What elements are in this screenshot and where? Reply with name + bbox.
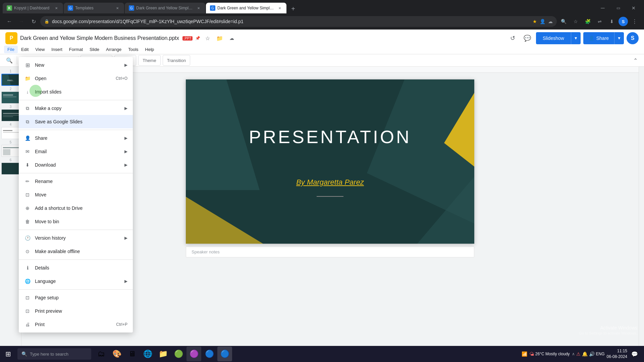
share-dropdown-button[interactable]: ▼	[614, 32, 624, 44]
menu-item-print[interactable]: 🖨 Print Ctrl+P	[19, 318, 133, 331]
taskbar-search-bar[interactable]: 🔍 Type here to search	[17, 348, 91, 360]
close-button[interactable]: ✕	[626, 3, 641, 13]
menu-item-page-setup[interactable]: ⊡ Page setup	[19, 291, 133, 304]
tab-templates[interactable]: G Templates ✕	[64, 3, 124, 13]
templates-tab-close[interactable]: ✕	[115, 5, 120, 11]
sync-button[interactable]: ⇌	[594, 16, 605, 27]
zoom-button[interactable]: 🔍	[558, 16, 569, 27]
systray-icon-3[interactable]: 🔊	[589, 351, 595, 357]
slide-subtitle[interactable]: By Margaretta Parez	[296, 178, 364, 187]
address-input[interactable]: 🔒 docs.google.com/presentation/d/1QfFqCl…	[40, 16, 557, 27]
taskbar-weather[interactable]: 🌤 26°C Mostly cloudy	[529, 351, 570, 357]
menu-item-move-bin[interactable]: 🗑 Move to bin	[19, 215, 133, 228]
maximize-button[interactable]: ▭	[610, 3, 626, 13]
forward-button[interactable]: →	[16, 16, 27, 27]
downloads-button[interactable]: ⬇	[606, 16, 617, 27]
move-to-drive-button[interactable]: 📁	[215, 34, 224, 43]
menu-item-help[interactable]: Help	[142, 46, 158, 53]
new-tab-button[interactable]: +	[288, 4, 298, 13]
menu-item-slide[interactable]: Slide	[86, 46, 103, 53]
tab-dark-green-2[interactable]: G Dark Green and Yellow Simple ... ✕	[206, 3, 286, 13]
cloud-sync-button[interactable]: ☁	[227, 34, 236, 43]
kopyst-tab-close[interactable]: ✕	[54, 5, 59, 11]
taskbar-app-kopyst[interactable]: 🟣	[186, 347, 201, 361]
bookmark-icon[interactable]: ★	[533, 19, 537, 24]
taskbar-app-explorer[interactable]: 🗂	[94, 347, 109, 361]
systray-icon-2[interactable]: 🔔	[582, 351, 588, 357]
taskbar-app-windows[interactable]: 🖥	[125, 347, 140, 361]
systray-up-arrow[interactable]: ∧	[572, 352, 575, 356]
menu-item-insert[interactable]: Insert	[48, 46, 66, 53]
taskbar-app-paint[interactable]: 🎨	[109, 347, 124, 361]
systray-icon-1[interactable]: ⚠	[576, 351, 581, 357]
taskbar-app-files[interactable]: 📁	[156, 347, 170, 361]
menu-item-file[interactable]: File	[4, 46, 18, 53]
taskbar-clock[interactable]: 11:15 06-08-2024	[607, 348, 627, 360]
menu-item-add-shortcut[interactable]: ⊕ Add a shortcut to Drive	[19, 201, 133, 215]
menu-item-details[interactable]: ℹ Details	[19, 261, 133, 275]
menu-item-edit[interactable]: Edit	[18, 46, 32, 53]
slide-canvas[interactable]: PRESENTATION By Margaretta Parez	[186, 79, 474, 244]
slide-notes-area[interactable]: Speaker notes	[186, 246, 474, 257]
search-toolbar-button[interactable]: 🔍	[4, 55, 15, 66]
bookmark-button[interactable]: ☆	[570, 16, 581, 27]
dg2-tab-close[interactable]: ✕	[277, 5, 282, 11]
menu-item-save-as-google[interactable]: ⧉ Save as Google Slides	[19, 115, 133, 128]
tab-dark-green-1[interactable]: G Dark Green and Yellow Simple ... ✕	[125, 3, 205, 13]
slide-thumbnail-5[interactable]: 5	[1, 140, 20, 157]
menu-item-view[interactable]: View	[32, 46, 48, 53]
menu-item-share[interactable]: 👤 Share ▶	[19, 131, 133, 145]
menu-divider-6	[19, 289, 133, 290]
share-button[interactable]: 👤 Share	[583, 32, 614, 44]
profile-avatar[interactable]: S	[619, 17, 628, 26]
menu-item-new[interactable]: ⊞ New ▶	[19, 58, 133, 72]
menu-item-open[interactable]: 📁 Open Ctrl+O	[19, 72, 133, 85]
taskbar-start-button[interactable]: ⊞	[0, 346, 16, 362]
slideshow-button[interactable]: Slideshow	[536, 32, 571, 44]
dg1-tab-close[interactable]: ✕	[196, 5, 201, 11]
taskbar-notification-center[interactable]: 💬	[629, 349, 640, 359]
menu-item-version-history[interactable]: 🕐 Version history ▶	[19, 231, 133, 245]
import-label: Import slides	[35, 89, 127, 95]
minimize-button[interactable]: ─	[595, 3, 610, 13]
menu-item-tools[interactable]: Tools	[125, 46, 142, 53]
menu-item-move[interactable]: ⊡ Move	[19, 188, 133, 201]
more-button[interactable]: ⋮	[629, 16, 640, 27]
extension-button[interactable]: 🧩	[582, 16, 593, 27]
menu-item-import-slides[interactable]: ↓ Import slides	[19, 85, 133, 99]
slide-thumbnail-6[interactable]: 6	[1, 158, 20, 175]
slide-thumbnail-1[interactable]: 1 PRES...	[1, 69, 20, 86]
taskbar-app-chrome1[interactable]: 🔵	[202, 347, 217, 361]
comments-button[interactable]: 💬	[521, 32, 533, 44]
transition-button[interactable]: Transition	[163, 55, 191, 66]
slide-thumbnail-2[interactable]: 2	[1, 87, 20, 104]
tab-kopyst[interactable]: K Kopyst | Dashboard ✕	[3, 3, 63, 13]
menu-item-email[interactable]: ✉ Email ▶	[19, 145, 133, 158]
menu-item-format[interactable]: Format	[66, 46, 86, 53]
menu-item-make-offline[interactable]: ⊙ Make available offline	[19, 245, 133, 258]
collapse-toolbar-button[interactable]: ⌃	[631, 56, 640, 65]
slide-thumbnail-4[interactable]: 4	[1, 123, 20, 139]
theme-button[interactable]: Theme	[138, 55, 160, 66]
profile-icon[interactable]: 👤	[540, 19, 545, 24]
menu-item-make-copy[interactable]: ⧉ Make a copy ▶	[19, 102, 133, 115]
taskbar-app-apps[interactable]: 🟢	[171, 347, 186, 361]
star-button[interactable]: ☆	[203, 34, 212, 43]
undo-history-button[interactable]: ↺	[506, 32, 519, 44]
back-button[interactable]: ←	[4, 16, 15, 27]
slide-thumbnail-3[interactable]: 3	[1, 105, 20, 121]
menu-item-rename[interactable]: ✏ Rename	[19, 175, 133, 188]
taskbar-app-chrome2[interactable]: 🔵	[217, 347, 232, 361]
user-avatar[interactable]: S	[627, 32, 639, 44]
slide-title[interactable]: PRESENTATION	[249, 126, 411, 147]
menu-item-print-preview[interactable]: ⊡ Print preview	[19, 304, 133, 318]
systray-lang[interactable]: ENG	[596, 352, 605, 356]
slideshow-dropdown-button[interactable]: ▼	[571, 32, 581, 44]
taskbar-notification-icon[interactable]: 📶	[522, 351, 527, 357]
menu-item-arrange[interactable]: Arrange	[103, 46, 125, 53]
taskbar-app-edge[interactable]: 🌐	[140, 347, 155, 361]
cloud-icon[interactable]: ☁	[548, 19, 553, 24]
menu-item-download[interactable]: ⬇ Download ▶	[19, 158, 133, 172]
menu-item-language[interactable]: 🌐 Language ▶	[19, 275, 133, 288]
reload-button[interactable]: ↻	[28, 16, 39, 27]
